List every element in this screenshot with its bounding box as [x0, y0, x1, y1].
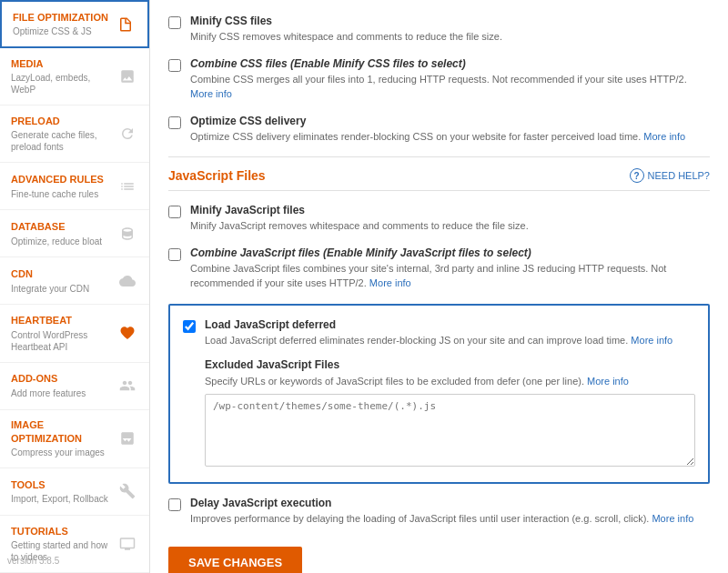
- tutorials-icon: [116, 533, 138, 555]
- option-load-js-deferred: Load JavaScript deferred Load JavaScript…: [183, 318, 695, 348]
- delay-js-checkbox[interactable]: [168, 498, 181, 511]
- js-section-heading: JavaScript Files ? NEED HELP?: [168, 168, 710, 191]
- combine-js-more-link[interactable]: More info: [369, 277, 411, 288]
- sidebar-item-subtitle: Compress your images: [11, 447, 111, 458]
- combine-css-desc: Combine CSS merges all your files into 1…: [190, 72, 710, 102]
- load-js-deferred-label: Load JavaScript deferred: [205, 318, 672, 331]
- sidebar-item-title: IMAGE OPTIMIZATION: [11, 418, 111, 445]
- js-section-title: JavaScript Files: [168, 168, 266, 183]
- delay-js-more-link[interactable]: More info: [652, 513, 693, 524]
- option-minify-js: Minify JavaScript files Minify JavaScrip…: [168, 204, 710, 234]
- combine-css-more-link[interactable]: More info: [190, 88, 232, 99]
- combine-js-label: Combine JavaScript files (Enable Minify …: [190, 246, 710, 259]
- sidebar-item-subtitle: Optimize, reduce bloat: [11, 236, 111, 247]
- excluded-js-section: Excluded JavaScript Files Specify URLs o…: [183, 358, 695, 469]
- heart-icon: [116, 322, 138, 344]
- sidebar-item-preload[interactable]: PRELOAD Generate cache files, preload fo…: [0, 106, 149, 163]
- sidebar-item-subtitle: Import, Export, Rollback: [11, 493, 111, 505]
- sidebar-item-subtitle: Integrate your CDN: [11, 283, 111, 295]
- sidebar-item-title: FILE OPTIMIZATION: [13, 11, 109, 24]
- sidebar-item-tools[interactable]: TOOLS Import, Export, Rollback: [0, 468, 149, 516]
- minify-css-desc: Minify CSS removes whitespace and commen…: [190, 29, 502, 45]
- excluded-js-title: Excluded JavaScript Files: [205, 358, 695, 371]
- sidebar-item-title: TUTORIALS: [11, 525, 111, 538]
- section-divider: [168, 156, 710, 157]
- combine-css-label: Combine CSS files (Enable Minify CSS fil…: [190, 57, 710, 70]
- tools-icon: [116, 480, 138, 502]
- minify-js-checkbox[interactable]: [168, 206, 181, 218]
- delay-js-desc: Improves performance by delaying the loa…: [190, 511, 693, 527]
- sidebar-item-title: DATABASE: [11, 220, 111, 233]
- sidebar-item-subtitle: Optimize CSS & JS: [13, 25, 109, 37]
- file-icon: [115, 14, 136, 35]
- sidebar-item-title: MEDIA: [11, 57, 111, 70]
- load-js-deferred-desc: Load JavaScript deferred eliminates rend…: [205, 333, 672, 348]
- imgopt-icon: [116, 427, 138, 449]
- combine-js-checkbox[interactable]: [168, 248, 181, 261]
- combine-js-desc: Combine JavaScript files combines your s…: [190, 261, 710, 291]
- optimize-css-desc: Optimize CSS delivery eliminates render-…: [190, 129, 685, 145]
- sidebar: FILE OPTIMIZATION Optimize CSS & JS MEDI…: [0, 0, 150, 573]
- refresh-icon: [116, 123, 138, 145]
- sidebar-item-cdn[interactable]: CDN Integrate your CDN: [0, 257, 149, 305]
- sidebar-item-database[interactable]: DATABASE Optimize, reduce bloat: [0, 210, 149, 257]
- option-combine-js: Combine JavaScript files (Enable Minify …: [168, 246, 710, 291]
- need-help-label: NEED HELP?: [648, 170, 710, 181]
- optimize-css-checkbox[interactable]: [168, 116, 181, 129]
- sidebar-item-add-ons[interactable]: ADD-ONS Add more features: [0, 363, 149, 410]
- sidebar-item-title: ADD-ONS: [11, 372, 111, 385]
- option-delay-js: Delay JavaScript execution Improves perf…: [168, 497, 710, 527]
- minify-css-label: Minify CSS files: [190, 15, 502, 27]
- sidebar-item-title: HEARTBEAT: [11, 314, 111, 327]
- sidebar-item-file-optimization[interactable]: FILE OPTIMIZATION Optimize CSS & JS: [0, 0, 149, 48]
- minify-js-desc: Minify JavaScript removes whitespace and…: [190, 218, 529, 234]
- minify-css-checkbox[interactable]: [168, 16, 181, 29]
- version-label: version 3.8.5: [7, 556, 59, 566]
- sidebar-item-media[interactable]: MEDIA LazyLoad, embeds, WebP: [0, 48, 149, 106]
- delay-js-label: Delay JavaScript execution: [190, 497, 693, 509]
- need-help-button[interactable]: ? NEED HELP?: [630, 168, 710, 183]
- cdn-icon: [116, 270, 138, 292]
- load-js-deferred-more-link[interactable]: More info: [631, 335, 672, 346]
- excluded-js-textarea[interactable]: [205, 394, 695, 467]
- main-content: Minify CSS files Minify CSS removes whit…: [150, 0, 728, 573]
- sidebar-item-subtitle: LazyLoad, embeds, WebP: [11, 72, 111, 96]
- option-optimize-css: Optimize CSS delivery Optimize CSS deliv…: [168, 115, 710, 145]
- sidebar-item-title: CDN: [11, 267, 111, 280]
- optimize-css-label: Optimize CSS delivery: [190, 115, 685, 127]
- image-icon: [116, 65, 138, 87]
- list-icon: [116, 176, 138, 197]
- sidebar-item-subtitle: Generate cache files, preload fonts: [11, 129, 111, 153]
- option-minify-css: Minify CSS files Minify CSS removes whit…: [168, 15, 710, 45]
- optimize-css-more-link[interactable]: More info: [643, 131, 685, 142]
- sidebar-item-title: ADVANCED RULES: [11, 173, 111, 186]
- minify-js-label: Minify JavaScript files: [190, 204, 529, 216]
- sidebar-item-title: PRELOAD: [11, 115, 111, 127]
- load-js-deferred-checkbox[interactable]: [183, 320, 196, 333]
- save-changes-button[interactable]: SAVE CHANGES: [168, 547, 302, 573]
- excluded-js-more-link[interactable]: More info: [587, 376, 629, 387]
- addons-icon: [116, 375, 138, 397]
- combine-css-checkbox[interactable]: [168, 59, 181, 72]
- sidebar-item-advanced-rules[interactable]: ADVANCED RULES Fine-tune cache rules: [0, 163, 149, 210]
- option-combine-css: Combine CSS files (Enable Minify CSS fil…: [168, 57, 710, 102]
- db-icon: [116, 223, 138, 245]
- load-js-deferred-section: Load JavaScript deferred Load JavaScript…: [168, 304, 710, 485]
- excluded-js-desc: Specify URLs or keywords of JavaScript f…: [205, 375, 695, 388]
- sidebar-item-subtitle: Add more features: [11, 387, 111, 399]
- sidebar-item-heartbeat[interactable]: HEARTBEAT Control WordPress Heartbeat AP…: [0, 305, 149, 362]
- sidebar-item-subtitle: Control WordPress Heartbeat API: [11, 329, 111, 353]
- help-icon: ?: [630, 168, 644, 183]
- sidebar-item-subtitle: Fine-tune cache rules: [11, 188, 111, 200]
- sidebar-item-image-optimization[interactable]: IMAGE OPTIMIZATION Compress your images: [0, 410, 149, 468]
- sidebar-item-title: TOOLS: [11, 478, 111, 491]
